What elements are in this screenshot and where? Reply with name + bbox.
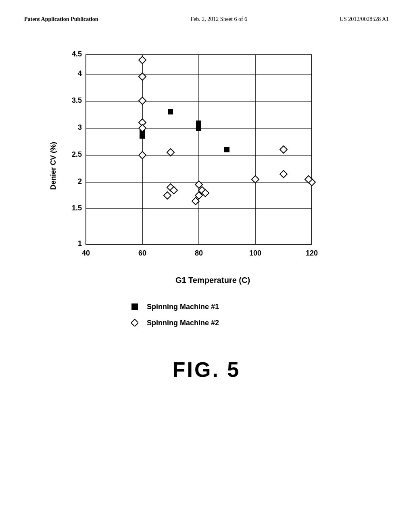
machine1-point — [224, 147, 229, 152]
legend-item-machine1: Spinning Machine #1 — [129, 301, 219, 312]
svg-text:2: 2 — [78, 177, 82, 185]
svg-text:100: 100 — [249, 249, 261, 257]
svg-text:4.5: 4.5 — [72, 50, 82, 58]
svg-text:80: 80 — [195, 249, 203, 257]
svg-text:1.5: 1.5 — [72, 204, 82, 212]
header-right: US 2012/0028528 A1 — [340, 16, 389, 23]
x-axis-label: G1 Temperature (C) — [62, 276, 364, 285]
legend-label-machine1: Spinning Machine #1 — [147, 303, 219, 311]
svg-text:1: 1 — [78, 239, 82, 247]
chart-svg: 4.5 4 3.5 3 2.5 2 1.5 1 — [62, 47, 328, 272]
machine2-symbol — [129, 317, 140, 328]
svg-text:3: 3 — [78, 123, 82, 131]
header-left: Patent Application Publication — [24, 16, 98, 23]
svg-text:40: 40 — [82, 249, 90, 257]
svg-text:120: 120 — [306, 249, 318, 257]
svg-rect-24 — [131, 303, 138, 310]
svg-text:60: 60 — [138, 249, 146, 257]
machine1-point — [196, 121, 201, 126]
legend-label-machine2: Spinning Machine #2 — [147, 319, 219, 327]
y-axis-label: Denier CV (%) — [49, 142, 58, 190]
svg-text:2.5: 2.5 — [72, 150, 82, 158]
header: Patent Application Publication Feb. 2, 2… — [0, 0, 413, 23]
fig-label: FIG. 5 — [0, 357, 413, 382]
machine1-symbol — [129, 301, 140, 312]
chart-container: Denier CV (%) — [49, 47, 364, 285]
machine1-point — [196, 126, 201, 131]
legend-item-machine2: Spinning Machine #2 — [129, 317, 219, 328]
machine1-point — [168, 109, 173, 114]
page: Patent Application Publication Feb. 2, 2… — [0, 0, 413, 532]
svg-text:3.5: 3.5 — [72, 96, 82, 104]
chart-area: 4.5 4 3.5 3 2.5 2 1.5 1 — [62, 47, 364, 285]
header-center: Feb. 2, 2012 Sheet 6 of 6 — [190, 16, 247, 23]
chart-wrapper: Denier CV (%) — [49, 47, 364, 285]
legend: Spinning Machine #1 Spinning Machine #2 — [129, 301, 258, 333]
machine1-point — [140, 133, 145, 139]
svg-text:4: 4 — [78, 69, 82, 77]
svg-marker-25 — [131, 319, 138, 326]
